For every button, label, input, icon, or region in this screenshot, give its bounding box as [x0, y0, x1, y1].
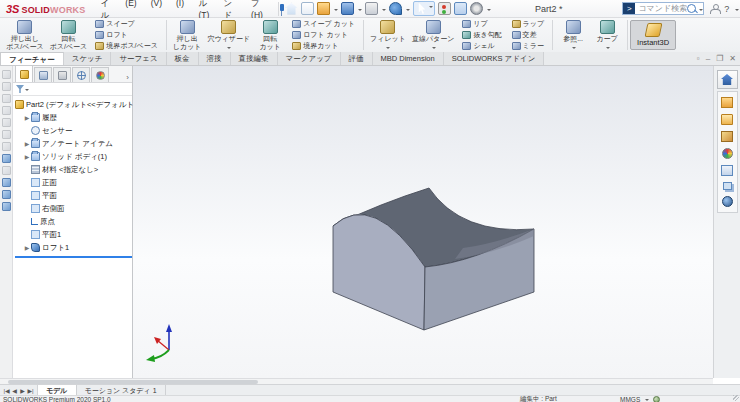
- tab-sketch[interactable]: スケッチ: [64, 52, 112, 65]
- tab-evaluate[interactable]: 評価: [341, 52, 373, 65]
- tab-sheet-metal[interactable]: 板金: [167, 52, 199, 65]
- tree-item-solid-bodies[interactable]: ▶ ソリッド ボディ(1): [15, 150, 132, 163]
- custom-properties-icon[interactable]: [721, 165, 733, 176]
- forum-icon[interactable]: [722, 196, 733, 207]
- doc-restore-button[interactable]: ❐: [716, 54, 723, 63]
- tree-item-loft1[interactable]: ▶ ロフト1: [15, 241, 132, 254]
- sweep-button[interactable]: スイープ: [93, 19, 160, 29]
- help-caret-icon[interactable]: [735, 9, 739, 13]
- filter-caret-icon[interactable]: [25, 89, 29, 93]
- open-icon[interactable]: [317, 2, 330, 15]
- search-icon[interactable]: [687, 4, 696, 13]
- revolve-boss-button[interactable]: 回転ボス/ベース: [47, 19, 91, 52]
- view-cube-icon[interactable]: [2, 82, 11, 91]
- hole-wizard-button[interactable]: 穴ウィザード: [204, 19, 253, 52]
- file-explorer-icon[interactable]: [721, 114, 733, 125]
- status-tag-icon[interactable]: [653, 396, 660, 402]
- tree-item-material[interactable]: 材料 <指定なし>: [15, 163, 132, 176]
- tab-direct-editing[interactable]: 直接編集: [231, 52, 278, 65]
- options-caret-icon[interactable]: [487, 9, 491, 13]
- search-caret-icon[interactable]: [699, 9, 703, 13]
- login-user-icon[interactable]: [710, 4, 719, 13]
- shell-button[interactable]: シェル: [460, 41, 503, 51]
- tree-item-top-plane[interactable]: 平面: [15, 189, 132, 202]
- solidworks-resources-button[interactable]: [717, 70, 738, 89]
- loft-cut-button[interactable]: ロフト カット: [290, 30, 357, 40]
- tree-item-sensors[interactable]: センサー: [15, 124, 132, 137]
- extrude-cut-button[interactable]: 押し出しカット: [170, 19, 205, 52]
- rib-button[interactable]: リブ: [460, 19, 503, 29]
- view-cube-icon[interactable]: [2, 70, 11, 79]
- home-icon[interactable]: [285, 2, 298, 15]
- expand-arrow-icon[interactable]: ▶: [23, 140, 31, 147]
- linear-pattern-caret-icon[interactable]: [432, 47, 436, 51]
- reference-geometry-button[interactable]: 参照...: [556, 19, 590, 52]
- units-selector[interactable]: MMGS: [620, 395, 660, 402]
- tree-filter-row[interactable]: [13, 83, 132, 96]
- tab-features[interactable]: フィーチャー: [0, 52, 64, 65]
- loft-button[interactable]: ロフト: [93, 30, 160, 40]
- tree-item-front-plane[interactable]: 正面: [15, 176, 132, 189]
- tree-item-right-plane[interactable]: 右側面: [15, 202, 132, 215]
- curves-button[interactable]: カーブ: [590, 19, 624, 52]
- draft-button[interactable]: 抜き勾配: [460, 30, 503, 40]
- prev-sheet-button[interactable]: ◀: [11, 387, 18, 394]
- rebuild-traffic-light-icon[interactable]: [438, 2, 451, 15]
- fillet-caret-icon[interactable]: [386, 47, 390, 51]
- extrude-boss-button[interactable]: 押し出しボス/ベース: [3, 19, 47, 52]
- wrap-button[interactable]: ラップ: [510, 19, 547, 29]
- expand-arrow-icon[interactable]: ▶: [23, 244, 31, 251]
- print-caret-icon[interactable]: [382, 9, 386, 13]
- view-tool-icon[interactable]: [2, 166, 11, 175]
- intersect-button[interactable]: 交差: [510, 30, 547, 40]
- select-tool-button[interactable]: [413, 1, 435, 16]
- tab-markup[interactable]: マークアップ: [278, 52, 341, 65]
- print-icon[interactable]: [365, 2, 378, 15]
- file-properties-icon[interactable]: [454, 2, 467, 15]
- new-document-icon[interactable]: [301, 2, 314, 15]
- save-icon[interactable]: [341, 2, 354, 15]
- search-input[interactable]: コマンド検索: [635, 3, 687, 14]
- boundary-boss-button[interactable]: 境界ボス/ベース: [93, 41, 160, 51]
- first-sheet-button[interactable]: |◀: [3, 387, 10, 394]
- model-canvas[interactable]: [133, 66, 713, 378]
- model-tab[interactable]: モデル: [38, 385, 77, 395]
- monitor-icon[interactable]: [2, 178, 11, 187]
- view-tool-icon[interactable]: [2, 154, 11, 163]
- instant3d-button[interactable]: Instant3D: [630, 20, 676, 50]
- help-button[interactable]: ?: [724, 4, 729, 14]
- tab-solidworks-addins[interactable]: SOLIDWORKS アドイン: [444, 52, 545, 65]
- mirror-button[interactable]: ミラー: [510, 41, 547, 51]
- windows-icon[interactable]: [2, 202, 11, 211]
- save-caret-icon[interactable]: [358, 9, 362, 13]
- sweep-cut-button[interactable]: スイープ カット: [290, 19, 357, 29]
- undo-icon[interactable]: [389, 2, 402, 15]
- view-cube-icon[interactable]: [2, 130, 11, 139]
- displaymanager-tab[interactable]: [91, 67, 109, 82]
- tab-weldments[interactable]: 溶接: [199, 52, 231, 65]
- configurationmanager-tab[interactable]: [53, 67, 71, 82]
- motion-study-tab[interactable]: モーション スタディ 1: [77, 385, 166, 395]
- tree-item-plane1[interactable]: 平面1: [15, 228, 132, 241]
- expand-arrow-icon[interactable]: ▶: [23, 114, 31, 121]
- undo-caret-icon[interactable]: [406, 9, 410, 13]
- view-cube-icon[interactable]: [2, 106, 11, 115]
- linear-pattern-button[interactable]: 直線パターン: [409, 19, 458, 52]
- fillet-button[interactable]: フィレット: [367, 19, 409, 52]
- tree-item-origin[interactable]: 原点: [15, 215, 132, 228]
- reference-caret-icon[interactable]: [572, 47, 576, 51]
- view-palette-icon[interactable]: [721, 131, 733, 142]
- view-cube-icon[interactable]: [2, 142, 11, 151]
- propertymanager-tab[interactable]: [34, 67, 52, 82]
- tree-root-part[interactable]: Part2 (デフォルト<<デフォルト>_表示状態: [15, 98, 132, 111]
- curves-caret-icon[interactable]: [606, 47, 610, 51]
- resize-grip[interactable]: [733, 395, 739, 401]
- appearances-scenes-icon[interactable]: [722, 148, 733, 159]
- monitors-icon[interactable]: [723, 182, 732, 190]
- tab-surfaces[interactable]: サーフェス: [111, 52, 166, 65]
- view-cube-icon[interactable]: [2, 94, 11, 103]
- dimxpertmanager-tab[interactable]: [72, 67, 90, 82]
- next-sheet-button[interactable]: ▶: [19, 387, 26, 394]
- view-cube-icon[interactable]: [2, 118, 11, 127]
- boundary-cut-button[interactable]: 境界カット: [290, 41, 357, 51]
